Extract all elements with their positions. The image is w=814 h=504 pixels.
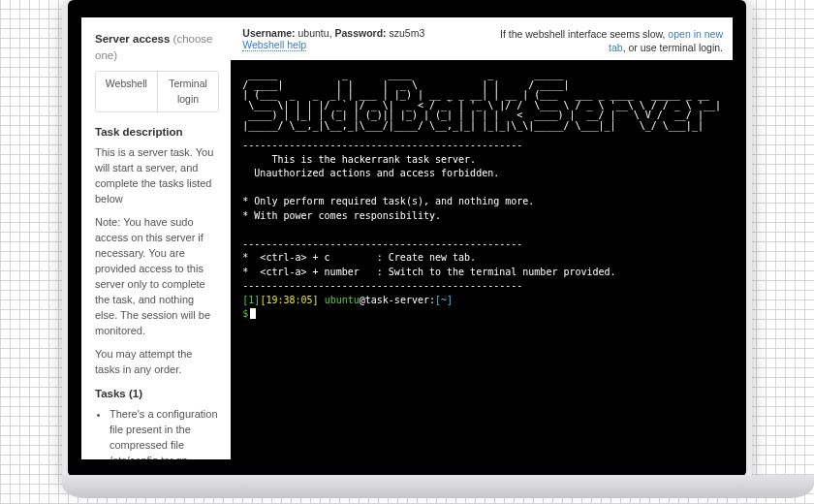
- motd-line-2: Unauthorized actions and access forbidde…: [242, 168, 499, 178]
- screen-bezel: Server access (choose one) Webshell Term…: [68, 0, 746, 477]
- app-screen: Server access (choose one) Webshell Term…: [81, 17, 733, 459]
- task-item: There's a configuration file present in …: [110, 407, 219, 459]
- ascii-banner: _____ _ ____ _ _____ / ____| | | | _ \ |…: [242, 70, 721, 131]
- prompt-index: [1]: [242, 295, 260, 305]
- username-value: ubuntu,: [298, 27, 332, 39]
- webshell-help-link[interactable]: Webshell help: [242, 39, 306, 51]
- tab-terminal-login[interactable]: Terminal login: [158, 72, 219, 110]
- tasks-list: There's a configuration file present in …: [110, 407, 219, 459]
- laptop-frame: Server access (choose one) Webshell Term…: [62, 0, 752, 485]
- rule-2: * With power comes responsibility.: [242, 210, 441, 221]
- task-description-p3: You may attempt the tasks in any order.: [95, 347, 219, 378]
- prompt-user: ubuntu: [325, 295, 360, 305]
- credentials-block: Username: ubuntu, Password: szu5m3 Websh…: [242, 27, 424, 50]
- prompt-time: [19:38:05]: [260, 295, 318, 305]
- slow-note: If the webshell interface seems slow, op…: [500, 27, 723, 54]
- login-tabs: Webshell Terminal login: [95, 71, 219, 111]
- top-bar: Username: ubuntu, Password: szu5m3 Websh…: [231, 17, 733, 60]
- dash-row-3: ----------------------------------------…: [242, 280, 522, 291]
- laptop-base: [62, 475, 814, 498]
- cursor: [250, 308, 256, 319]
- password-label: Password:: [334, 27, 386, 39]
- prompt-at: @task-server:: [360, 295, 435, 305]
- dash-row-2: ----------------------------------------…: [242, 238, 522, 249]
- dash-row-1: ----------------------------------------…: [242, 140, 522, 150]
- sidebar: Server access (choose one) Webshell Term…: [81, 17, 231, 459]
- note-suffix: , or use terminal login.: [623, 42, 723, 53]
- main-panel: Username: ubuntu, Password: szu5m3 Websh…: [231, 17, 733, 459]
- terminal[interactable]: _____ _ ____ _ _____ / ____| | | | _ \ |…: [231, 60, 733, 459]
- server-access-heading: Server access (choose one): [95, 31, 219, 63]
- tab-webshell[interactable]: Webshell: [96, 72, 158, 110]
- motd-line-1: This is the hackerrank task server.: [242, 154, 476, 165]
- tasks-heading: Tasks (1): [95, 386, 219, 402]
- rule-1: * Only perform required task(s), and not…: [242, 196, 534, 206]
- prompt-dollar: $: [242, 308, 248, 319]
- credentials-line: Username: ubuntu, Password: szu5m3: [242, 27, 424, 39]
- username-label: Username:: [242, 27, 295, 39]
- prompt-path: [~]: [435, 295, 453, 305]
- task-description-p2: Note: You have sudo access on this serve…: [95, 215, 219, 339]
- password-value: szu5m3: [390, 27, 425, 39]
- task-description-p1: This is a server task. You will start a …: [95, 145, 219, 207]
- help-1: * <ctrl-a> + c : Create new tab.: [242, 252, 476, 263]
- note-prefix: If the webshell interface seems slow,: [500, 28, 668, 40]
- server-access-title: Server access: [95, 33, 170, 45]
- task-description-heading: Task description: [95, 124, 219, 141]
- help-2: * <ctrl-a> + number : Switch to the term…: [242, 267, 615, 277]
